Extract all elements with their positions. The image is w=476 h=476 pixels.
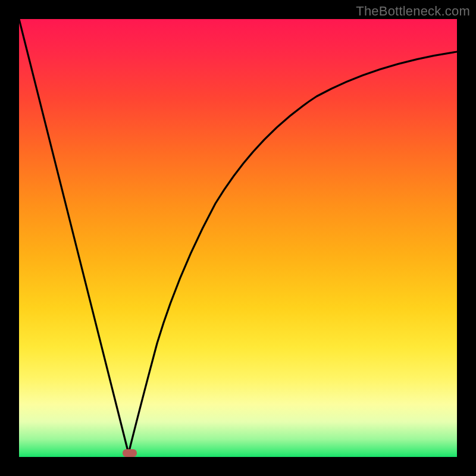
watermark-text: TheBottleneck.com [356, 4, 470, 19]
plot-area [19, 19, 457, 457]
curve-left-branch [19, 19, 129, 453]
curve-right-branch [129, 52, 457, 453]
curve-layer [19, 19, 457, 457]
minimum-marker [123, 449, 137, 457]
chart-frame: TheBottleneck.com [0, 0, 476, 476]
